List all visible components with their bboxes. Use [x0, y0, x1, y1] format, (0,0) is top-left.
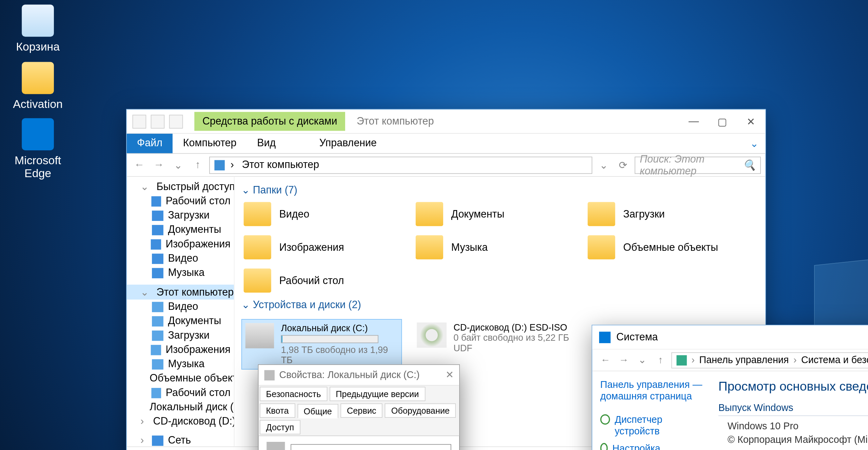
- tab-tools[interactable]: Сервис: [340, 404, 382, 418]
- section-devices-header[interactable]: ⌄ Устройства и диски (2): [241, 295, 758, 314]
- nav-pc-item[interactable]: Изображения: [127, 342, 234, 357]
- minimize-button[interactable]: —: [679, 109, 708, 133]
- drive-icon: [245, 323, 274, 348]
- tab-quota[interactable]: Квота: [260, 404, 295, 418]
- folder-icon: [588, 235, 615, 259]
- nav-quick-access[interactable]: ⌄Быстрый доступ: [127, 179, 234, 194]
- folder-item[interactable]: Документы: [413, 200, 563, 228]
- tab-manage[interactable]: Управление: [309, 134, 387, 153]
- nav-back-button[interactable]: ←: [598, 354, 613, 366]
- ribbon-collapse-button[interactable]: ⌄: [743, 134, 765, 153]
- explorer-title: Этот компьютер: [357, 115, 434, 128]
- nav-back-button[interactable]: ←: [131, 157, 147, 173]
- desktop-icon-recycle-bin[interactable]: Корзина: [3, 5, 72, 54]
- control-panel-home-link[interactable]: Панель управления — домашняя страница: [600, 379, 705, 402]
- close-button[interactable]: ✕: [737, 109, 766, 133]
- breadcrumb[interactable]: ›Панель управления ›Система и безопаснос…: [671, 352, 868, 368]
- nav-quick-item[interactable]: Видео: [127, 251, 234, 266]
- nav-up-button[interactable]: ↑: [653, 354, 668, 366]
- folder-icon: [416, 235, 443, 259]
- nav-recent-button[interactable]: ⌄: [635, 354, 650, 366]
- desktop-icon-edge[interactable]: Microsoft Edge: [3, 118, 72, 180]
- side-link-remote[interactable]: Настройка удаленного доступа: [600, 440, 705, 450]
- close-button[interactable]: ✕: [446, 369, 454, 381]
- breadcrumb-segment[interactable]: Панель управления: [699, 354, 789, 366]
- nav-recent-button[interactable]: ⌄: [170, 157, 186, 173]
- address-bar-row: ← → ⌄ ↑ › Этот компьютер ⌄ ⟳ Поиск: Этот…: [127, 154, 766, 177]
- system-title: Система: [616, 331, 658, 343]
- computer-icon: [214, 160, 224, 170]
- tab-view[interactable]: Вид: [247, 134, 286, 153]
- folder-icon: [244, 268, 271, 293]
- dvd-icon: [417, 322, 447, 348]
- section-windows-edition: Выпуск Windows: [718, 402, 868, 416]
- address-dropdown-button[interactable]: ⌄: [596, 157, 612, 173]
- nav-pc-item[interactable]: Загрузки: [127, 328, 234, 342]
- ribbon-tabs: Файл Компьютер Вид Управление ⌄: [127, 134, 766, 154]
- maximize-button[interactable]: ▢: [708, 109, 737, 133]
- section-folders-header[interactable]: ⌄ Папки (7): [241, 180, 758, 200]
- nav-forward-button[interactable]: →: [151, 157, 167, 173]
- folder-item[interactable]: Изображения: [241, 233, 391, 262]
- address-bar[interactable]: › Этот компьютер: [209, 156, 592, 174]
- nav-quick-item[interactable]: Изображения: [127, 237, 234, 251]
- nav-this-pc[interactable]: ⌄Этот компьютер: [127, 285, 234, 300]
- nav-forward-button[interactable]: →: [616, 354, 631, 366]
- disk-properties-dialog: Свойства: Локальный диск (C:) ✕ Безопасн…: [258, 364, 460, 450]
- explorer-titlebar[interactable]: Средства работы с дисками Этот компьютер…: [127, 110, 766, 134]
- nav-pc-item-drive-c[interactable]: Локальный диск (C:): [127, 400, 234, 414]
- system-icon: [599, 331, 611, 343]
- folder-icon: [416, 202, 443, 226]
- folder-icon: [244, 202, 271, 226]
- folder-item[interactable]: Музыка: [413, 233, 563, 262]
- nav-quick-item[interactable]: Документы: [127, 223, 234, 237]
- folder-item[interactable]: Рабочий стол: [241, 266, 391, 295]
- nav-quick-item[interactable]: Рабочий стол: [127, 194, 234, 208]
- desktop-icon-activation[interactable]: Activation: [3, 62, 72, 111]
- folder-item[interactable]: Объемные объекты: [585, 233, 734, 262]
- nav-pc-item[interactable]: Рабочий стол: [127, 386, 234, 400]
- breadcrumb-segment[interactable]: Этот компьютер: [240, 159, 321, 171]
- tab-sharing[interactable]: Доступ: [260, 420, 300, 434]
- qat-button[interactable]: [151, 114, 165, 128]
- drive-name: CD-дисковод (D:) ESD-ISO: [453, 322, 569, 333]
- drive-name: Локальный диск (C:): [281, 323, 398, 333]
- navigation-pane: ⌄Быстрый доступ Рабочий стол Загрузки До…: [127, 177, 235, 447]
- properties-titlebar[interactable]: Свойства: Локальный диск (C:) ✕: [259, 365, 459, 386]
- nav-quick-item[interactable]: Загрузки: [127, 208, 234, 223]
- folder-item[interactable]: Загрузки: [585, 200, 734, 228]
- page-heading: Просмотр основных сведений о вашем компь…: [718, 379, 868, 394]
- nav-pc-item[interactable]: Документы: [127, 314, 234, 328]
- system-titlebar[interactable]: Система — ▢ ✕: [592, 325, 868, 350]
- volume-label-input[interactable]: [291, 444, 451, 450]
- refresh-button[interactable]: ⟳: [615, 157, 631, 173]
- nav-quick-item[interactable]: Музыка: [127, 266, 234, 280]
- tab-security[interactable]: Безопасность: [260, 387, 327, 401]
- tab-computer[interactable]: Компьютер: [173, 134, 246, 153]
- nav-pc-item[interactable]: Музыка: [127, 357, 234, 371]
- tab-general[interactable]: Общие: [297, 404, 338, 418]
- control-panel-icon: [676, 355, 687, 365]
- explorer-search-input[interactable]: Поиск: Этот компьютер🔍: [635, 156, 761, 174]
- nav-pc-item[interactable]: Видео: [127, 300, 234, 314]
- desktop-icon-label: Activation: [13, 97, 63, 110]
- system-main-panel: Просмотр основных сведений о вашем компь…: [713, 371, 868, 450]
- tab-file[interactable]: Файл: [127, 134, 173, 153]
- nav-pc-item-drive-d[interactable]: ›CD-дисковод (D:) E: [127, 414, 234, 429]
- nav-pc-item[interactable]: Объемные объекты: [127, 371, 234, 386]
- drive-icon: [264, 370, 274, 380]
- folder-item[interactable]: Видео: [241, 200, 391, 228]
- nav-network[interactable]: ›Сеть: [127, 433, 234, 447]
- tab-previous-versions[interactable]: Предыдущие версии: [330, 387, 425, 401]
- tab-hardware[interactable]: Оборудование: [385, 404, 456, 418]
- search-icon: 🔍: [743, 159, 755, 171]
- drive-dvd-d[interactable]: CD-дисковод (D:) ESD-ISO 0 байт свободно…: [413, 319, 574, 370]
- qat-button[interactable]: [169, 114, 183, 128]
- nav-up-button[interactable]: ↑: [190, 157, 206, 173]
- qat-button[interactable]: [133, 114, 146, 128]
- side-link-device-manager[interactable]: Диспетчер устройств: [600, 411, 705, 440]
- drive-local-c[interactable]: Локальный диск (C:) 1,98 ТБ свободно из …: [241, 319, 402, 370]
- drive-free-text: 0 байт свободно из 5,22 ГБ: [453, 333, 569, 343]
- contextual-tab-drive-tools[interactable]: Средства работы с дисками: [194, 112, 345, 131]
- breadcrumb-segment[interactable]: Система и безопасность: [801, 354, 868, 366]
